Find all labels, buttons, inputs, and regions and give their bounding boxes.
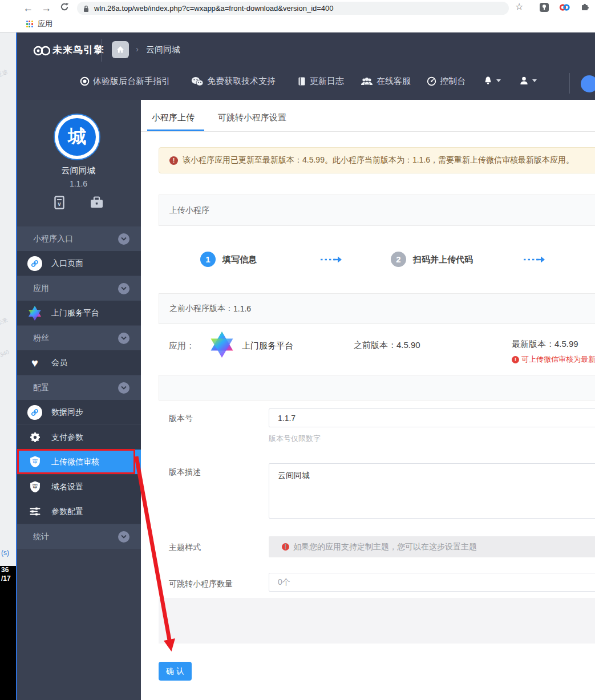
page-header: 未来鸟引擎 › 云间同城 体验版后台新手指引 免费获取技术支持 更新日志 在线客… — [16, 33, 595, 100]
chevron-down-icon — [118, 283, 129, 294]
dashboard-icon — [427, 76, 436, 86]
sidebar-item-domain-settings[interactable]: 审 域名设置 — [16, 475, 141, 499]
nav-guide-label: 体验版后台新手指引 — [93, 76, 170, 87]
briefcase-icon[interactable] — [90, 196, 103, 209]
logo-text[interactable]: 未来鸟引擎 — [52, 43, 104, 56]
step-arrow-icon — [523, 255, 545, 264]
jump-count-label: 可跳转小程序数量 — [169, 579, 233, 589]
jump-count-input[interactable] — [269, 573, 595, 592]
nav-console[interactable]: 控制台 — [427, 76, 466, 87]
nav-support[interactable]: 免费获取技术支持 — [191, 76, 276, 87]
browser-chrome: ← → wln.26a.top/web/index.php?c=wxapp&a=… — [0, 0, 595, 33]
sidebar-group-fans[interactable]: 粉丝 — [16, 326, 141, 350]
app-prev-label: 之前版本： — [354, 340, 396, 350]
nav-guide[interactable]: 体验版后台新手指引 — [80, 76, 170, 87]
star-colorful-icon — [27, 306, 42, 321]
watermark-text: 未来 — [0, 316, 9, 327]
theme-note-box: ! 如果您的应用支持定制主题，您可以在这步设置主题 — [269, 536, 595, 557]
chevron-down-icon — [118, 233, 129, 245]
item-label: 域名设置 — [51, 482, 83, 492]
url-text: wln.26a.top/web/index.php?c=wxapp&a=fron… — [94, 4, 334, 13]
watermark-text: 0340 — [0, 349, 10, 359]
address-bar[interactable]: wln.26a.top/web/index.php?c=wxapp&a=fron… — [77, 2, 509, 15]
nav-support-label: 免费获取技术支持 — [207, 76, 276, 87]
item-label: 支付参数 — [51, 432, 83, 443]
form-footer-block — [159, 598, 595, 644]
logo-icon — [33, 45, 50, 56]
window-edge-line — [16, 33, 17, 700]
desc-label: 版本描述 — [169, 467, 201, 478]
sidebar-item-member[interactable]: ♥ 会员 — [16, 350, 141, 375]
forward-button[interactable]: → — [39, 1, 54, 15]
keyhole-extension-icon[interactable] — [540, 3, 549, 12]
main-content: 小程序上传 可跳转小程序设置 ! 该小程序应用已更新至最新版本：4.5.99。此… — [141, 100, 595, 700]
user-menu[interactable] — [519, 76, 537, 86]
sidebar-item-param-config[interactable]: 参数配置 — [16, 499, 141, 524]
item-label: 上门服务平台 — [51, 308, 99, 318]
app-latest-value: 4.5.99 — [554, 339, 578, 349]
sidebar-group-app[interactable]: 应用 — [16, 276, 141, 301]
nav-console-label: 控制台 — [440, 76, 466, 87]
prev-version-bar: 之前小程序版本： 1.1.6 — [159, 293, 595, 324]
chevron-down-icon — [118, 333, 129, 344]
step-2-circle: 2 — [391, 252, 406, 267]
bookmark-apps[interactable]: 应用 — [38, 19, 52, 29]
sidebar-group-config[interactable]: 配置 — [16, 375, 141, 400]
sidebar: 城 云间同城 1.1.6 v 小程序入口 入口页面 应用 上门服务平台 粉丝 ♥… — [16, 100, 141, 700]
back-button[interactable]: ← — [21, 1, 35, 15]
sidebar-item-entry-page[interactable]: 入口页面 — [16, 251, 141, 276]
version-input[interactable] — [269, 408, 595, 427]
latest-note-text: 可上传微信审核为最新版 — [521, 354, 595, 365]
sliders-icon — [30, 507, 41, 516]
user-icon — [519, 76, 529, 86]
confirm-button[interactable]: 确 认 — [159, 662, 192, 681]
watermark-text: 征途 — [0, 68, 9, 79]
counter-text: /17 — [0, 574, 16, 583]
sidebar-group-stats[interactable]: 统计 — [16, 524, 141, 549]
desc-textarea[interactable]: 云间同城 — [269, 463, 595, 519]
info-icon: ! — [282, 543, 289, 551]
heart-icon: ♥ — [31, 357, 38, 369]
tab-jump-settings[interactable]: 可跳转小程序设置 — [218, 112, 286, 123]
group-label: 配置 — [33, 383, 49, 393]
tabs-divider — [141, 131, 595, 132]
svg-text:审: 审 — [32, 483, 37, 489]
puzzle-extension-icon[interactable] — [581, 3, 589, 14]
alert-text: 该小程序应用已更新至最新版本：4.5.99。此小程序当前版本为：1.1.6，需要… — [183, 155, 574, 165]
nav-changelog-label: 更新日志 — [310, 76, 344, 87]
info-icon: ! — [512, 356, 519, 363]
group-label: 统计 — [33, 532, 49, 542]
item-label: 入口页面 — [51, 258, 83, 269]
tab-miniapp-upload[interactable]: 小程序上传 — [152, 112, 195, 123]
app-title: 上门服务平台 — [242, 341, 293, 351]
status-text: (s) — [1, 549, 9, 557]
nav-service[interactable]: 在线客服 — [361, 76, 411, 87]
sidebar-item-pay-params[interactable]: 支付参数 — [16, 425, 141, 450]
step-2-label: 扫码并上传代码 — [413, 254, 473, 265]
notification-bell[interactable] — [483, 76, 501, 86]
nav-changelog[interactable]: 更新日志 — [297, 76, 344, 87]
sidebar-group-miniapp-entry[interactable]: 小程序入口 — [16, 226, 141, 251]
apps-grid-icon[interactable] — [26, 20, 34, 28]
shield-domain-icon: 审 — [30, 481, 41, 493]
refresh-button[interactable] — [57, 1, 72, 15]
latest-note: ! 可上传微信审核为最新版 — [512, 354, 595, 365]
bookmark-star-icon[interactable]: ☆ — [515, 1, 523, 12]
nav-divider — [569, 73, 570, 94]
avatar[interactable] — [581, 75, 595, 92]
breadcrumb-home[interactable] — [112, 41, 129, 58]
item-label: 数据同步 — [51, 407, 83, 418]
gear-icon — [30, 432, 41, 443]
app-row-label: 应用： — [169, 341, 195, 351]
step-1-circle: 1 — [200, 252, 216, 267]
co-extension-icon[interactable] — [559, 3, 570, 14]
section-title: 上传小程序 — [169, 205, 209, 216]
caret-down-icon — [496, 79, 501, 82]
chevron-down-icon — [118, 382, 129, 394]
sidebar-item-service-platform[interactable]: 上门服务平台 — [16, 301, 141, 325]
theme-note-text: 如果您的应用支持定制主题，您可以在这步设置主题 — [293, 542, 477, 552]
sidebar-item-data-sync[interactable]: 数据同步 — [16, 400, 141, 424]
app-prev-version: 之前版本：4.5.90 — [354, 340, 420, 351]
miniapp-doc-icon[interactable]: v — [54, 196, 65, 209]
target-icon — [80, 76, 90, 86]
